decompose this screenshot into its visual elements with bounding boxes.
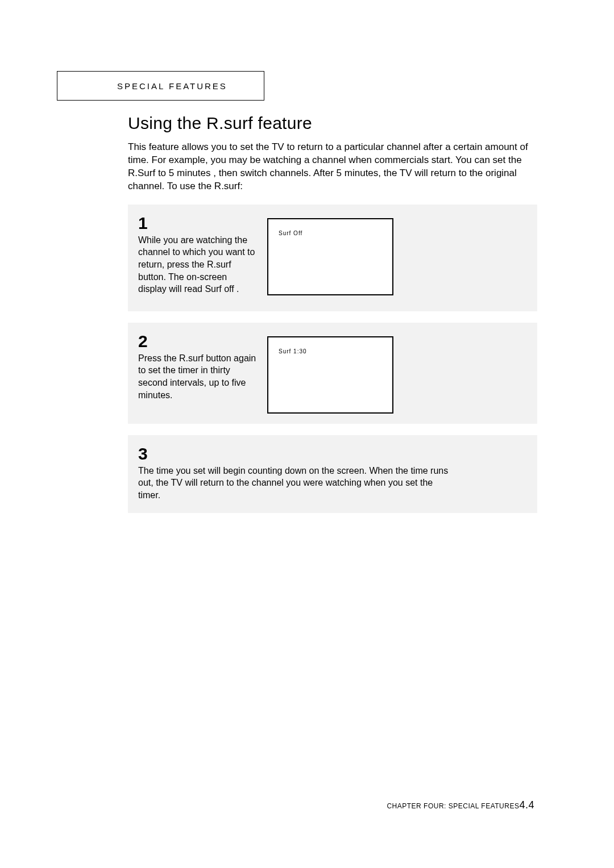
section-header-label: SPECIAL FEATURES bbox=[117, 81, 227, 91]
step-text: Press the R.surf button again to set the… bbox=[138, 352, 258, 401]
page-content: Using the R.surf feature This feature al… bbox=[128, 114, 537, 524]
rsurf-button-label: R.surf bbox=[179, 353, 204, 363]
rsurf-button-label: R.surf bbox=[207, 260, 231, 269]
step-text-after: button. The on-screen display will read … bbox=[138, 272, 239, 294]
section-header-box: SPECIAL FEATURES bbox=[57, 71, 264, 101]
step-2: 2 Press the R.surf button again to set t… bbox=[128, 323, 537, 424]
step-text: While you are watching the channel to wh… bbox=[138, 234, 258, 295]
step-1: 1 While you are watching the channel to … bbox=[128, 205, 537, 311]
page-footer: CHAPTER FOUR: SPECIAL FEATURES4.4 bbox=[387, 799, 534, 811]
page-title: Using the R.surf feature bbox=[128, 114, 537, 133]
tv-screen: Surf 1:30 bbox=[267, 336, 393, 414]
footer-page-number: 4.4 bbox=[519, 799, 534, 811]
footer-chapter-label: CHAPTER FOUR: SPECIAL FEATURES bbox=[387, 802, 519, 810]
step-text-before: Press the bbox=[138, 353, 179, 363]
tv-screen-text: Surf 1:30 bbox=[279, 348, 307, 354]
step-number: 3 bbox=[138, 444, 527, 464]
step-text-before: While you are watching the channel to wh… bbox=[138, 235, 255, 269]
tv-screen: Surf Off bbox=[267, 218, 393, 295]
intro-paragraph: This feature allows you to set the TV to… bbox=[128, 141, 537, 193]
step-text: The time you set will begin counting dow… bbox=[138, 465, 457, 502]
step-3: 3 The time you set will begin counting d… bbox=[128, 435, 537, 513]
tv-screen-text: Surf Off bbox=[279, 230, 302, 236]
